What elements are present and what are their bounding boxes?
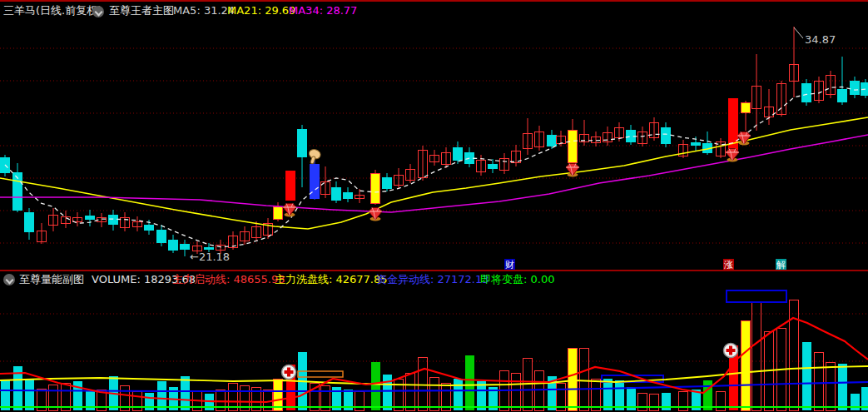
candle: [406, 164, 415, 183]
volume-bar: [742, 320, 751, 410]
candle: [286, 171, 295, 200]
volume-bar: [157, 381, 166, 410]
candle: [442, 147, 451, 168]
volume-bar: [383, 375, 392, 410]
candle: [229, 231, 238, 250]
candle: [592, 132, 601, 146]
sub-chart-header: 至尊量能副图 VOLUME: 18293.68 主力启动线: 48655.93 …: [0, 271, 868, 288]
volume-bar: [592, 379, 601, 410]
ma5-value: MA5: 31.24: [173, 4, 235, 17]
gem-icon: [283, 204, 296, 217]
candle: [500, 153, 509, 174]
candle: [489, 159, 498, 173]
ma34-value: MA34: 28.77: [289, 4, 357, 17]
main-indicator-name: 至尊王者主图: [109, 4, 174, 17]
candle: [157, 225, 166, 246]
volume-bar: [371, 362, 380, 410]
candle: [650, 117, 659, 141]
candle: [298, 125, 307, 187]
volume-bar: [790, 300, 799, 410]
main-price-chart[interactable]: 34.87←21.18财涨解: [0, 19, 868, 270]
candle: [394, 168, 404, 189]
candle: [121, 212, 130, 231]
sub-indicator-name: 至尊量能副图: [19, 273, 84, 286]
candle: [703, 132, 712, 155]
candle: [861, 79, 868, 98]
zijin-yidong-value: 资金异动线: 27172.13: [376, 273, 489, 286]
low-price-label: ←21.18: [190, 251, 230, 263]
candle: [133, 216, 142, 231]
candle: [717, 138, 726, 158]
candle: [109, 210, 118, 231]
candle: [264, 218, 273, 239]
volume-subchart[interactable]: [0, 287, 868, 412]
blue-marker-box: [727, 290, 786, 302]
xipan-line: [0, 366, 868, 385]
svg-text:财: 财: [505, 260, 514, 270]
hand-icon: [306, 148, 322, 166]
volume-bar: [25, 379, 34, 410]
candle: [603, 127, 613, 146]
candle: [25, 208, 34, 240]
svg-text:解: 解: [776, 260, 786, 270]
event-badge[interactable]: 解: [776, 259, 786, 270]
symbol-title: 三羊马(日线.前复权): [3, 4, 102, 17]
candle: [49, 208, 58, 231]
candle: [169, 235, 178, 253]
candle: [1, 155, 10, 176]
event-badge[interactable]: 涨: [723, 259, 734, 270]
candle: [86, 210, 95, 226]
volume-bar: [394, 379, 404, 410]
candle: [802, 79, 811, 106]
chevron-down-icon[interactable]: [3, 274, 15, 285]
buy-cross-icon: [724, 344, 738, 358]
volume-bar: [454, 379, 463, 410]
candle: [826, 71, 836, 98]
zhuli-xipan-value: 主力洗盘线: 42677.85: [275, 273, 388, 286]
candle: [752, 54, 761, 131]
candle: [679, 140, 688, 158]
volume-bar: [512, 373, 521, 410]
high-price-label: 34.87: [805, 33, 836, 46]
candle: [430, 150, 439, 166]
candle: [371, 170, 380, 205]
candle: [13, 163, 22, 212]
chevron-down-icon[interactable]: [92, 6, 104, 17]
qidong-line: [0, 318, 868, 402]
zhuli-qidong-value: 主力启动线: 48655.93: [172, 273, 285, 286]
volume-bar: [580, 348, 589, 410]
candle: [274, 202, 283, 221]
event-badge[interactable]: 财: [504, 259, 515, 270]
candle: [383, 173, 392, 191]
candle: [310, 160, 320, 200]
candle: [332, 181, 341, 203]
volume-bar: [802, 342, 811, 410]
candle: [777, 81, 786, 117]
candle: [241, 226, 250, 245]
volume-bar: [615, 380, 624, 410]
volume-bar: [274, 379, 283, 410]
gem-icon: [369, 208, 382, 221]
volume-bar: [465, 355, 474, 410]
candle: [344, 187, 353, 202]
candle: [37, 223, 47, 244]
volume-bar: [419, 357, 428, 410]
buy-cross-icon: [282, 365, 296, 380]
candle: [73, 212, 82, 226]
volume-bar: [603, 379, 613, 410]
candle: [512, 145, 521, 166]
volume-bar: [838, 364, 847, 410]
candle: [742, 101, 751, 131]
candle: [580, 120, 589, 146]
candle: [662, 122, 671, 147]
candle: [321, 166, 330, 198]
volume-bar: [752, 302, 761, 410]
ma21-value: MA21: 29.69: [227, 4, 295, 17]
gem-icon: [566, 164, 579, 177]
main-chart-header: 三羊马(日线.前复权) 至尊王者主图 MA5: 31.24 MA21: 29.6…: [0, 2, 868, 19]
gem-icon: [726, 149, 739, 162]
volume-bar: [181, 376, 190, 410]
volume-bar: [568, 348, 578, 410]
candle: [557, 131, 566, 146]
volume-bar: [1, 380, 10, 410]
